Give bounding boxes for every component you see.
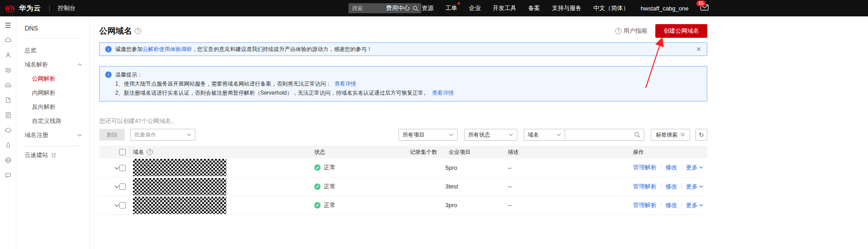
survey-link[interactable]: 云解析使用体验调研 bbox=[143, 46, 192, 52]
project-filter-select[interactable]: 所有项目 bbox=[398, 129, 458, 141]
chevron-down-icon bbox=[187, 133, 191, 136]
page-header: 公网域名 用户指南 创建公网域名 bbox=[99, 23, 707, 39]
censored-domain[interactable] bbox=[133, 197, 226, 214]
modify-link[interactable]: 修改 bbox=[665, 183, 677, 190]
console-link[interactable]: 控制台 bbox=[58, 4, 76, 12]
create-public-zone-button[interactable]: 创建公网域名 bbox=[655, 24, 707, 38]
topbar-nav-tickets[interactable]: 工单 bbox=[445, 4, 457, 12]
network-waves-icon[interactable] bbox=[5, 66, 12, 74]
manage-resolution-link[interactable]: 管理解析 bbox=[633, 164, 657, 171]
language-switcher[interactable]: 中文（简体） bbox=[593, 4, 629, 12]
chevron-down-icon bbox=[77, 134, 82, 137]
record-count: 3 bbox=[410, 196, 449, 214]
status-ok-icon bbox=[314, 164, 321, 171]
domain-search-input[interactable] bbox=[569, 131, 634, 138]
manage-resolution-link[interactable]: 管理解析 bbox=[633, 202, 657, 208]
enterprise-project: test bbox=[449, 177, 508, 196]
more-link[interactable]: 更多 bbox=[686, 201, 703, 209]
select-all-checkbox[interactable] bbox=[119, 149, 126, 155]
search-field-select[interactable]: 域名 bbox=[524, 129, 565, 141]
sidebar-item-reverse-resolution[interactable]: 反向解析 bbox=[25, 100, 82, 114]
expand-chevron-icon[interactable] bbox=[114, 167, 119, 170]
sidebar-divider bbox=[25, 146, 82, 146]
description: -- bbox=[508, 196, 633, 214]
topbar-nav-devtools[interactable]: 开发工具 bbox=[493, 4, 516, 12]
file-list-icon[interactable] bbox=[5, 112, 12, 119]
global-search[interactable] bbox=[348, 3, 421, 13]
column-header-description: 描述 bbox=[508, 146, 633, 158]
search-icon[interactable] bbox=[634, 132, 640, 138]
sidebar-item-domain-register[interactable]: 域名注册 bbox=[25, 128, 82, 142]
manage-resolution-link[interactable]: 管理解析 bbox=[633, 183, 657, 190]
chevron-down-icon bbox=[449, 133, 454, 136]
user-group-icon[interactable] bbox=[5, 51, 12, 59]
brand-name[interactable]: 华为云 bbox=[19, 4, 41, 13]
topbar-nav-resources[interactable]: 资源 bbox=[422, 4, 434, 12]
topbar-nav-enterprise[interactable]: 企业 bbox=[469, 4, 481, 12]
survey-banner-text: 诚邀您参加云解析使用体验调研，您宝贵的意见和建议是我们持续提升产品体验的源动力，… bbox=[115, 46, 372, 53]
layout: ☰ DNS 总览 域名解析 公网解析 bbox=[0, 16, 868, 249]
sidebar-item-site-builder[interactable]: 云速建站 bbox=[25, 148, 82, 162]
page: 华为云 控制台 费用中心 资源 工单 企业 开发工具 备案 支持与服务 中文（简… bbox=[0, 0, 868, 249]
cloud-service-icon[interactable] bbox=[5, 36, 12, 44]
topbar-nav-icp[interactable]: 备案 bbox=[528, 4, 540, 12]
column-header-operation: 操作 bbox=[633, 146, 707, 158]
tips-detail-link-1[interactable]: 查看详情 bbox=[334, 81, 356, 87]
user-guide-link[interactable]: 用户指南 bbox=[615, 27, 647, 35]
record-count: 5 bbox=[410, 158, 449, 177]
delete-button[interactable]: 删除 bbox=[99, 129, 125, 141]
account-name[interactable]: hwstaff_cabg_one bbox=[641, 5, 689, 12]
messages-button[interactable]: 65 bbox=[700, 5, 709, 12]
expand-chevron-icon[interactable] bbox=[114, 204, 119, 207]
sidebar-item-custom-line[interactable]: 自定义线路 bbox=[25, 114, 82, 128]
censored-domain[interactable] bbox=[133, 159, 226, 176]
huawei-logo-icon[interactable] bbox=[5, 5, 15, 12]
enterprise-project: pro bbox=[449, 196, 508, 214]
table-row: 正常 3 test -- 管理解析修改更多 bbox=[99, 177, 707, 196]
more-link[interactable]: 更多 bbox=[686, 163, 703, 172]
tips-line-2: 2、新注册域名请进行实名认证，否则会被注册局暂停解析（Serverhold），无… bbox=[115, 88, 701, 97]
refresh-button[interactable]: ↻ bbox=[695, 129, 707, 141]
sidebar-item-domain-resolution[interactable]: 域名解析 bbox=[25, 57, 82, 71]
topbar: 华为云 控制台 费用中心 资源 工单 企业 开发工具 备案 支持与服务 中文（简… bbox=[0, 0, 868, 16]
sidebar-item-private-resolution[interactable]: 内网解析 bbox=[25, 86, 82, 100]
search-icon[interactable] bbox=[413, 5, 419, 11]
row-checkbox[interactable] bbox=[119, 202, 126, 208]
globe-icon[interactable] bbox=[5, 157, 12, 164]
sidebar-item-overview[interactable]: 总览 bbox=[25, 43, 82, 57]
status-badge: 正常 bbox=[314, 201, 410, 209]
batch-operation-select[interactable]: 批量操作 bbox=[130, 129, 195, 141]
tips-banner: i 温馨提示： 1、使用大陆节点服务器开展网站服务，需要将域名网站进行备案，否则… bbox=[99, 66, 707, 102]
domains-table: 域名 状态 记录集个数 企业项目 描述 操作 bbox=[99, 146, 707, 215]
menu-icon[interactable]: ☰ bbox=[5, 22, 11, 29]
cloud-compute-icon[interactable] bbox=[5, 127, 12, 134]
tips-detail-link-2[interactable]: 查看详情 bbox=[432, 90, 454, 96]
help-icon[interactable] bbox=[135, 28, 141, 34]
modify-link[interactable]: 修改 bbox=[665, 202, 677, 208]
enterprise-project: pro bbox=[449, 158, 508, 177]
chat-icon[interactable] bbox=[5, 172, 12, 179]
modify-link[interactable]: 修改 bbox=[665, 164, 677, 171]
chevron-down-icon bbox=[699, 204, 703, 207]
row-checkbox[interactable] bbox=[119, 165, 126, 171]
cloud-storage-icon[interactable] bbox=[5, 81, 12, 89]
table-toolbar: 删除 批量操作 所有项目 所有状态 bbox=[99, 129, 707, 141]
expand-chevron-icon[interactable] bbox=[114, 185, 119, 188]
info-icon: i bbox=[105, 71, 112, 78]
close-icon[interactable]: ✕ bbox=[696, 46, 701, 52]
status-filter-select[interactable]: 所有状态 bbox=[464, 129, 517, 141]
row-checkbox[interactable] bbox=[119, 183, 126, 190]
domain-help-icon[interactable] bbox=[147, 149, 153, 155]
censored-domain[interactable] bbox=[133, 178, 226, 195]
notification-dot bbox=[458, 2, 460, 5]
survey-banner: i 诚邀您参加云解析使用体验调研，您宝贵的意见和建议是我们持续提升产品体验的源动… bbox=[99, 42, 707, 56]
water-drop-icon[interactable] bbox=[5, 142, 12, 149]
sidebar-item-public-resolution[interactable]: 公网解析 bbox=[25, 71, 82, 86]
topbar-nav-billing[interactable]: 费用中心 bbox=[386, 4, 410, 12]
row-operations: 管理解析修改更多 bbox=[633, 196, 707, 214]
document-icon[interactable] bbox=[5, 97, 12, 104]
more-link[interactable]: 更多 bbox=[686, 183, 703, 191]
domain-search-box[interactable] bbox=[565, 129, 644, 141]
tag-search-button[interactable]: 标签搜索 bbox=[651, 129, 690, 141]
topbar-nav-support[interactable]: 支持与服务 bbox=[552, 4, 582, 12]
